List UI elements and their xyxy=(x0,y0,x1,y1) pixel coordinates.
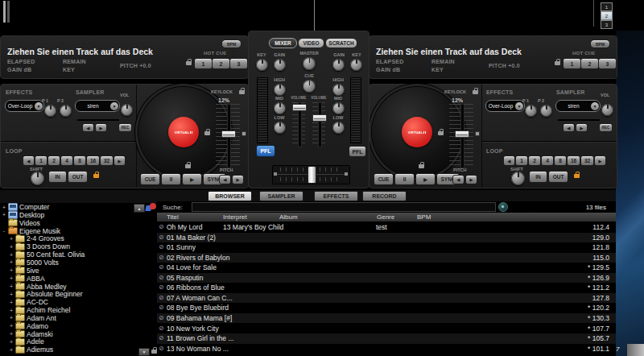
tree-item-3-doors-down[interactable]: + 3 Doors Down xyxy=(0,242,166,250)
tree-expander[interactable]: + xyxy=(9,323,14,329)
mixer-high-left-knob[interactable] xyxy=(274,84,286,96)
left-sample-select[interactable]: siren ▼ xyxy=(75,100,120,112)
column-header-interpret[interactable]: Interpret xyxy=(220,213,281,221)
tree-item-adele[interactable]: + Adele xyxy=(0,337,166,346)
tree-expander[interactable]: + xyxy=(9,339,14,345)
tree-item-adiemus[interactable]: + Adiemus xyxy=(0,346,166,354)
tree-item-adamski[interactable]: + Adamski xyxy=(0,330,166,338)
right-shift-knob[interactable] xyxy=(511,172,525,185)
right-platter-spindle[interactable]: VIRTUAL xyxy=(402,117,432,147)
tree-expander[interactable]: + xyxy=(9,267,14,273)
right-effect-param1-knob[interactable] xyxy=(525,105,537,117)
column-header-bpm[interactable]: BPM xyxy=(415,213,616,221)
mixer-tab-mixer[interactable]: MIXER xyxy=(269,38,297,48)
right-volume-fader-track[interactable] xyxy=(318,102,322,147)
tree-item-abba-medley[interactable]: + Abba Medley xyxy=(0,283,166,291)
left-effect-select[interactable]: Over-Loop ▼ xyxy=(5,100,44,112)
tree-expander[interactable]: + xyxy=(9,347,14,353)
mixer-mid-right-knob[interactable] xyxy=(332,102,345,114)
table-row[interactable]: ⊘ 05 Rasputin * 126.9 xyxy=(157,273,616,284)
tree-expander[interactable]: + xyxy=(9,292,14,297)
search-options-icon[interactable] xyxy=(498,202,508,212)
left-play-button[interactable]: ▶ xyxy=(182,173,202,185)
chevron-down-icon[interactable]: ▼ xyxy=(515,102,523,110)
right-loop-4-button[interactable]: 4 xyxy=(541,155,554,166)
tree-item-eigene-musik[interactable]: - Eigene Musik xyxy=(0,227,159,235)
right-pause-button[interactable]: II xyxy=(394,173,415,185)
table-row[interactable]: ⊘ 08 Bye Bye Bluebird * 120.2 xyxy=(157,303,616,313)
tree-item-ac-dc[interactable]: + AC-DC xyxy=(0,298,166,306)
right-pitch-fader-handle[interactable] xyxy=(455,130,469,138)
left-keylock-lock-icon[interactable] xyxy=(239,90,245,94)
right-loop-halve-button[interactable]: ◀ xyxy=(503,155,515,166)
tree-expander[interactable]: + xyxy=(9,244,14,250)
left-loop-out-button[interactable]: OUT xyxy=(68,171,88,183)
layout-1-button[interactable]: 1 xyxy=(601,2,613,11)
left-platter-lock-icon[interactable] xyxy=(185,164,191,168)
tree-item-desktop[interactable]: + Desktop xyxy=(0,211,159,219)
right-effect-select[interactable]: Over-Loop ▼ xyxy=(485,100,525,112)
tree-expander[interactable]: + xyxy=(2,212,6,217)
left-loop-in-button[interactable]: IN xyxy=(48,171,67,183)
tab-sampler[interactable]: SAMPLER xyxy=(259,191,303,201)
tree-expander[interactable]: + xyxy=(9,331,14,337)
right-sampler-rec-button[interactable]: REC xyxy=(599,123,613,132)
tree-expander[interactable]: + xyxy=(9,236,14,242)
tree-expander[interactable]: + xyxy=(9,275,14,281)
right-loop-double-button[interactable]: ▶ xyxy=(594,155,606,166)
tab-effects[interactable]: EFFECTS xyxy=(314,191,358,201)
right-keylock-lock-icon[interactable] xyxy=(473,90,478,94)
left-cue-button[interactable]: CUE xyxy=(140,173,160,185)
right-deck-hot-cue-1[interactable]: 1 xyxy=(563,58,581,69)
left-loop-8-button[interactable]: 8 xyxy=(73,155,86,166)
right-deck-bpm-button[interactable]: BPM xyxy=(590,39,610,48)
left-effect-param1-knob[interactable] xyxy=(44,105,56,117)
right-loop-32-button[interactable]: 32 xyxy=(580,155,594,166)
tree-expander[interactable]: + xyxy=(9,284,14,289)
table-row[interactable]: ⊘ 10 New York City * 107.7 xyxy=(157,324,616,334)
left-deck-hotcue-lock-icon[interactable] xyxy=(186,61,192,65)
mixer-gain-left-knob[interactable] xyxy=(274,59,286,71)
left-deck-hot-cue-3[interactable]: 3 xyxy=(229,58,248,69)
table-row[interactable]: ⊘ 06 Ribbons of Blue * 121.2 xyxy=(157,283,616,293)
table-row[interactable]: ⊘ 01 Ma Baker (2) 129.0 xyxy=(157,233,616,243)
left-effect-param2-knob[interactable] xyxy=(60,105,72,117)
search-input[interactable] xyxy=(192,202,496,212)
left-pitch-lock-icon[interactable] xyxy=(204,131,210,135)
right-loop-2-button[interactable]: 2 xyxy=(528,155,541,166)
right-loop-out-button[interactable]: OUT xyxy=(548,171,568,183)
left-sample-next-button[interactable]: ▶ xyxy=(95,123,107,132)
left-pause-button[interactable]: II xyxy=(161,173,181,185)
table-row[interactable]: ⊘ 04 Love for Sale * 129.5 xyxy=(157,263,616,273)
crossfader[interactable] xyxy=(272,165,350,184)
right-deck-hot-cue-3[interactable]: 3 xyxy=(598,58,617,69)
tab-browser[interactable]: BROWSER xyxy=(208,191,252,201)
right-platter-lock-icon[interactable] xyxy=(419,164,424,168)
mixer-tab-scratch[interactable]: SCRATCH xyxy=(325,38,357,48)
layout-3-button[interactable]: 3 xyxy=(601,20,613,29)
tree-item-achim-reichel[interactable]: + Achim Reichel xyxy=(0,306,166,314)
right-pfl-button[interactable]: PFL xyxy=(349,146,366,157)
mixer-mid-left-knob[interactable] xyxy=(274,102,286,114)
tree-item-50-cent-feat-olivia[interactable]: + 50 Cent feat. Olivia xyxy=(0,250,166,259)
table-row[interactable]: ⊘ 11 Brown Girl in the ... * 105.7 xyxy=(157,333,616,344)
mixer-key-left-knob[interactable] xyxy=(256,59,268,71)
table-row[interactable]: ⊘ Oh My Lord 13 Mary's Boy Child test 11… xyxy=(157,222,616,233)
table-row[interactable]: ⊘ 09 Bahama Mama [#] * 130.3 xyxy=(157,313,616,324)
left-sampler-rec-button[interactable]: REC xyxy=(118,123,132,132)
mixer-low-right-knob[interactable] xyxy=(332,122,345,134)
right-play-button[interactable]: ▶ xyxy=(415,173,436,185)
right-cue-button[interactable]: CUE xyxy=(374,173,394,185)
table-row[interactable]: ⊘ 13 No Woman No ... * 101.1 xyxy=(157,344,616,354)
right-sample-next-button[interactable]: ▶ xyxy=(576,123,588,132)
tree-expander[interactable]: + xyxy=(2,205,6,210)
left-loop-double-button[interactable]: ▶ xyxy=(114,155,126,166)
column-header-genre[interactable]: Genre xyxy=(374,213,419,221)
left-sampler-vol-knob[interactable] xyxy=(121,104,133,116)
window-grip-icon[interactable] xyxy=(3,1,6,23)
tree-item-5ive[interactable]: + 5ive xyxy=(0,267,166,275)
table-row[interactable]: ⊘ 02 Rivers of Babylon 115.0 xyxy=(157,253,616,263)
tree-item-adamo[interactable]: + Adamo xyxy=(0,322,166,330)
mixer-key-right-knob[interactable] xyxy=(350,59,362,71)
mixer-cue-knob[interactable] xyxy=(303,80,316,93)
